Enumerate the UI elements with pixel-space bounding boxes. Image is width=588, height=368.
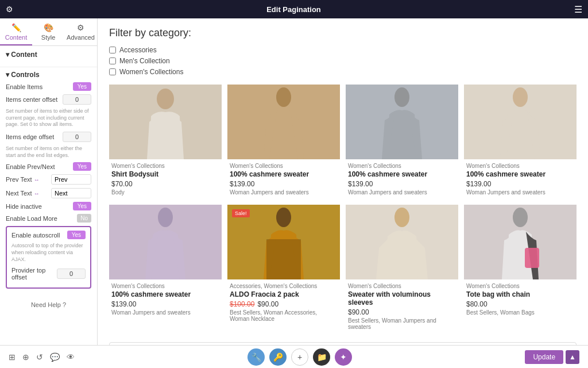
controls-section-label: ▾ Controls xyxy=(6,71,40,79)
next-text-input[interactable] xyxy=(51,188,91,198)
product-name: 100% cashmere sweater xyxy=(466,170,574,178)
product-card[interactable]: Women's Collections 100% cashmere sweate… xyxy=(346,85,458,199)
prev-text-input[interactable] xyxy=(51,174,91,185)
product-price: $139.00 xyxy=(348,180,456,188)
left-panel: ✏️ Content 🎨 Style ⚙ Advanced ▾ Content … xyxy=(0,18,98,345)
svg-point-8 xyxy=(513,208,528,227)
product-image xyxy=(109,205,222,279)
menu-icon[interactable]: ☰ xyxy=(574,4,582,15)
filter-accessories-checkbox[interactable] xyxy=(109,47,116,53)
style-icon: 🎨 xyxy=(44,23,53,32)
product-image xyxy=(346,205,458,279)
product-image: Sale! xyxy=(227,205,340,279)
bottom-center-actions: 🔧 🔑 + 📁 ✦ xyxy=(247,348,352,366)
product-category: Women's Collections xyxy=(111,283,219,289)
collapse-button[interactable]: ▲ xyxy=(566,350,579,364)
product-category: Women's Collections xyxy=(348,163,456,169)
product-grid: Women's Collections Shirt Bodysuit $70.0… xyxy=(109,85,577,334)
provider-top-offset-label: Provider top offset xyxy=(11,267,57,281)
content-area: Filter by category: Accessories Men's Co… xyxy=(98,18,588,345)
product-name: 100% cashmere sweater xyxy=(230,170,338,178)
hide-inactive-toggle[interactable]: Yes xyxy=(73,202,91,210)
product-info: Women's Collections Sweater with volumin… xyxy=(346,279,458,334)
enable-items-row: Enable Items Yes xyxy=(6,82,91,91)
tab-style[interactable]: 🎨 Style xyxy=(32,18,64,45)
original-price: $100.00 xyxy=(230,300,254,308)
svg-rect-9 xyxy=(525,248,539,268)
tab-advanced[interactable]: ⚙ Advanced xyxy=(64,18,97,45)
product-info: Women's Collections 100% cashmere sweate… xyxy=(109,279,222,319)
tab-content-label: Content xyxy=(5,34,28,41)
advanced-icon: ⚙ xyxy=(77,23,84,32)
product-category: Women's Collections xyxy=(230,163,338,169)
filter-mens[interactable]: Men's Collection xyxy=(109,57,577,65)
product-tags: Best Sellers, Woman Bags xyxy=(466,309,574,316)
product-info: Women's Collections Tote bag with chain … xyxy=(464,279,577,319)
product-name: 100% cashmere sweater xyxy=(348,170,456,178)
items-edge-offset-value[interactable]: 0 xyxy=(63,132,91,142)
layers-icon[interactable]: ⊞ xyxy=(9,352,16,362)
product-name: 100% cashmere sweater xyxy=(111,290,219,298)
filter-accessories[interactable]: Accessories xyxy=(109,46,577,54)
tool-button-2[interactable]: 🔑 xyxy=(269,348,287,366)
tool-button-1[interactable]: 🔧 xyxy=(247,348,265,366)
enable-load-more-label: Enable Load More xyxy=(6,215,77,222)
enable-items-toggle[interactable]: Yes xyxy=(73,82,91,91)
product-card[interactable]: Women's Collections 100% cashmere sweate… xyxy=(227,85,340,199)
product-category: Women's Collections xyxy=(466,283,574,289)
product-card[interactable]: Women's Collections Shirt Bodysuit $70.0… xyxy=(109,85,222,199)
product-card[interactable]: Sale! Accessories, Women's Collections A… xyxy=(227,205,340,334)
main-layout: ✏️ Content 🎨 Style ⚙ Advanced ▾ Content … xyxy=(0,18,588,345)
update-button[interactable]: Update xyxy=(525,350,563,364)
enable-prev-next-toggle[interactable]: Yes xyxy=(73,162,91,171)
items-center-offset-label: Items center offset xyxy=(6,96,63,103)
product-card[interactable]: Women's Collections Tote bag with chain … xyxy=(464,205,577,334)
content-section: ▾ Content xyxy=(0,46,97,67)
filter-mens-checkbox[interactable] xyxy=(109,57,116,64)
enable-autoscroll-toggle[interactable]: Yes xyxy=(67,231,86,239)
product-image xyxy=(109,85,222,159)
filter-section: Filter by category: Accessories Men's Co… xyxy=(109,27,577,76)
autoscroll-hint: Autoscroll to top of the provider when r… xyxy=(11,243,86,263)
settings-button[interactable]: ✦ xyxy=(335,348,352,366)
panel-tabs: ✏️ Content 🎨 Style ⚙ Advanced xyxy=(0,18,97,46)
enable-autoscroll-row: Enable autoscroll Yes xyxy=(11,231,86,239)
filter-womens-checkbox[interactable] xyxy=(109,68,116,75)
top-bar-right: ☰ xyxy=(574,4,582,15)
add-icon[interactable]: ⊕ xyxy=(22,352,29,362)
product-image xyxy=(227,85,340,159)
hide-inactive-row: Hide inactive Yes xyxy=(6,202,91,210)
chat-icon[interactable]: 💬 xyxy=(50,352,60,362)
logo-icon: ⚙ xyxy=(6,5,13,14)
enable-items-label: Enable Items xyxy=(6,83,73,90)
product-card[interactable]: Women's Collections Sweater with volumin… xyxy=(346,205,458,334)
product-card[interactable]: Women's Collections 100% cashmere sweate… xyxy=(109,205,222,334)
content-section-header[interactable]: ▾ Content xyxy=(6,51,91,59)
need-help[interactable]: Need Help ? xyxy=(0,296,97,314)
product-tags: Best Sellers, Woman Jumpers and sweaters xyxy=(348,317,456,330)
refresh-icon[interactable]: ↺ xyxy=(36,352,43,362)
items-edge-hint: Set number of items on either the start … xyxy=(6,145,91,159)
enable-load-more-toggle[interactable]: No xyxy=(77,214,91,223)
panel-collapse-button[interactable]: ‹ xyxy=(97,178,98,186)
product-name: Tote bag with chain xyxy=(466,290,574,298)
folder-button[interactable]: 📁 xyxy=(313,348,330,366)
product-card[interactable]: Women's Collections 100% cashmere sweate… xyxy=(464,85,577,199)
product-tags: Woman Jumpers and sweaters xyxy=(230,189,338,195)
product-tags: Best Sellers, Woman Accessories, Woman N… xyxy=(230,309,338,322)
items-edge-offset-row: Items edge offset 0 xyxy=(6,132,91,142)
filter-womens[interactable]: Women's Collections xyxy=(109,68,577,76)
svg-point-1 xyxy=(276,87,291,107)
svg-point-3 xyxy=(513,87,528,107)
tab-advanced-label: Advanced xyxy=(67,34,95,41)
provider-top-offset-value[interactable]: 0 xyxy=(57,269,86,279)
eye-icon[interactable]: 👁 xyxy=(67,352,75,362)
next-text-row: Next Text ↔ xyxy=(6,188,91,198)
add-button[interactable]: + xyxy=(291,348,308,366)
product-info: Accessories, Women's Collections ALDO Fr… xyxy=(227,279,340,325)
product-name: ALDO Fraocia 2 pack xyxy=(230,290,338,298)
top-bar-left: ⚙ xyxy=(6,5,13,14)
tab-content[interactable]: ✏️ Content xyxy=(0,18,32,45)
controls-section-header[interactable]: ▾ Controls xyxy=(6,71,91,79)
items-center-offset-value[interactable]: 0 xyxy=(63,94,91,105)
